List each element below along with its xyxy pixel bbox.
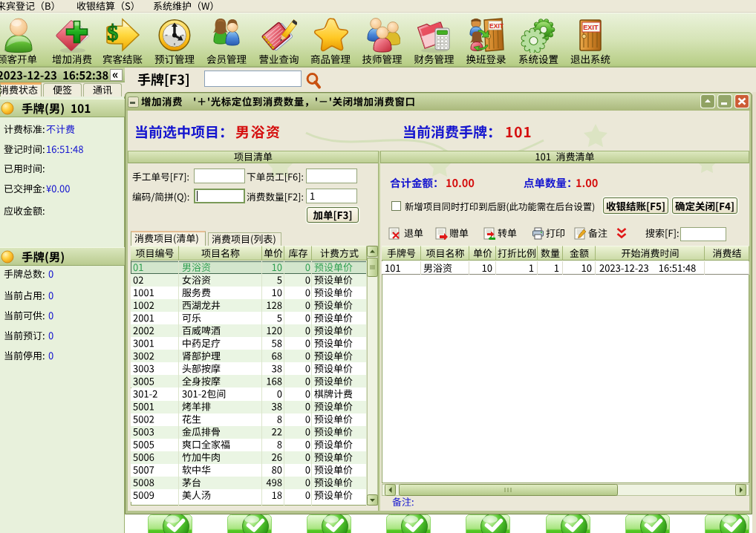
svg-text:EXIT: EXIT (583, 24, 599, 31)
svg-text:$: $ (107, 20, 118, 45)
svg-text:EXIT: EXIT (489, 22, 504, 30)
